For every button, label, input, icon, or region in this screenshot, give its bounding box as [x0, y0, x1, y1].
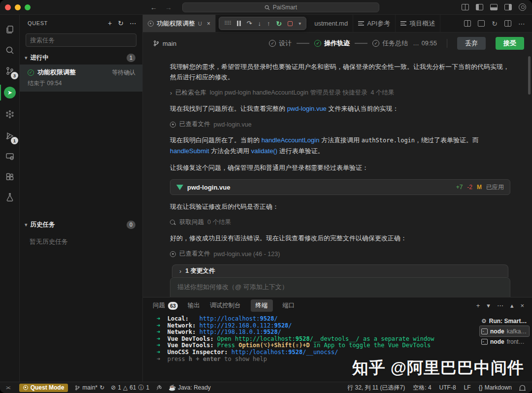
- tool-search-repo[interactable]: › 已检索仓库 login pwd-login handleAccountLog…: [170, 89, 510, 97]
- add-task-button[interactable]: +: [108, 19, 112, 27]
- accept-button[interactable]: 接受: [496, 37, 524, 50]
- chevron-down-icon[interactable]: ▾: [487, 302, 490, 309]
- drag-grip-icon[interactable]: ⠿⠿: [224, 20, 231, 27]
- tab-output[interactable]: 输出: [188, 301, 200, 310]
- watermark-text: 知乎 @阿里巴巴中间件: [352, 357, 524, 379]
- step-design[interactable]: ✓ 设计: [269, 39, 292, 48]
- tab-api-reference[interactable]: API参考: [353, 15, 396, 32]
- layout-grid-icon[interactable]: [462, 4, 469, 10]
- more-button[interactable]: ⋯: [130, 19, 136, 27]
- discard-button[interactable]: 丢弃: [457, 37, 486, 50]
- testing-icon[interactable]: [0, 187, 20, 207]
- task-time: … 09:55: [413, 40, 437, 47]
- tab-quest-task[interactable]: 功能权限调整 U ×: [143, 15, 216, 32]
- close-panel-icon[interactable]: ×: [520, 302, 524, 309]
- terminal-icon: >_: [481, 328, 488, 334]
- ellipsis-icon: …: [413, 40, 419, 47]
- debug-badge: 1: [11, 137, 18, 144]
- more-actions-icon[interactable]: ⋯: [497, 302, 503, 309]
- lines-added: +7: [456, 184, 463, 191]
- account-icon[interactable]: [519, 3, 526, 11]
- debug-icon[interactable]: 1: [0, 126, 20, 146]
- restart-icon[interactable]: ↻: [276, 20, 282, 28]
- forward-icon[interactable]: →: [165, 3, 172, 11]
- step-actions[interactable]: ✓ 操作轨迹: [314, 39, 350, 48]
- language-mode[interactable]: {} Markdown: [479, 384, 512, 391]
- problems-indicator[interactable]: ⊘ 1 △ 61 ⓘ 1: [111, 384, 149, 392]
- tab-problems[interactable]: 问题 63: [153, 301, 178, 310]
- branch-indicator[interactable]: main* ↻: [74, 384, 104, 391]
- encoding-indicator[interactable]: UTF-8: [439, 384, 456, 391]
- step-over-icon[interactable]: ↷: [247, 20, 252, 27]
- source-control-icon[interactable]: 3: [0, 61, 20, 81]
- indent-setting[interactable]: 空格: 4: [413, 384, 431, 392]
- tab-debug-console[interactable]: 调试控制台: [210, 301, 241, 310]
- traffic-zoom-button[interactable]: [25, 4, 31, 10]
- chevron-down-icon[interactable]: ▾: [299, 21, 301, 26]
- command-center-search[interactable]: PaiSmart: [182, 2, 379, 12]
- stop-icon[interactable]: [288, 21, 293, 26]
- step-summary[interactable]: ✓ 任务总结: [372, 39, 408, 48]
- panel-bottom-icon[interactable]: [490, 4, 498, 10]
- pause-icon[interactable]: [237, 21, 241, 26]
- changed-files-bar[interactable]: › 1 变更文件: [172, 264, 508, 277]
- quest-mode-badge[interactable]: Quest Mode: [19, 384, 68, 392]
- new-terminal-button[interactable]: +: [476, 302, 480, 309]
- back-icon[interactable]: ←: [150, 3, 157, 11]
- java-status[interactable]: ☕ Java: Ready: [168, 384, 211, 391]
- symbol-link[interactable]: handleSubmit: [170, 147, 209, 155]
- tab-ports[interactable]: 端口: [283, 301, 295, 310]
- quest-icon[interactable]: ➤: [0, 83, 20, 102]
- traffic-minimize-button[interactable]: [15, 4, 21, 10]
- terminal-process-front[interactable]: >_ node front…: [480, 336, 529, 347]
- panel-right-icon[interactable]: [504, 4, 512, 10]
- extensions-icon[interactable]: [0, 167, 20, 187]
- rocket-icon[interactable]: [156, 385, 162, 391]
- search-icon: [170, 220, 176, 226]
- remote-explorer-icon[interactable]: [0, 147, 20, 166]
- file-change-card[interactable]: pwd-login.vue +7 -2 M 已应用: [170, 179, 510, 195]
- task-search-box: [26, 33, 136, 47]
- tool-view-file[interactable]: 已查看文件 pwd-login.vue: [170, 120, 510, 129]
- sync-icon: ↻: [100, 384, 104, 391]
- chat-paragraph: 让我修复这个问题，确保管理员和普通用户登录都需要经过表单验证：: [170, 163, 510, 173]
- scrollbar-thumb[interactable]: [528, 56, 531, 95]
- tool-get-problems[interactable]: 获取问题 0 个结果: [170, 218, 510, 227]
- eol-indicator[interactable]: LF: [464, 384, 471, 391]
- panel-left-icon[interactable]: [476, 4, 483, 10]
- tab-adjustment-md[interactable]: ustment.md: [309, 15, 353, 32]
- open-changes-icon[interactable]: [464, 20, 471, 27]
- step-out-icon[interactable]: ↑: [267, 20, 270, 27]
- markdown-file-icon: [400, 21, 406, 26]
- notifications-bell-icon[interactable]: [520, 385, 525, 390]
- search-icon[interactable]: [0, 40, 20, 60]
- step-into-icon[interactable]: ↓: [258, 20, 262, 27]
- tab-terminal[interactable]: 终端: [251, 299, 273, 312]
- share-icon[interactable]: [478, 20, 485, 27]
- composer-input[interactable]: [177, 283, 503, 297]
- close-icon[interactable]: ×: [207, 20, 210, 27]
- explorer-icon[interactable]: [0, 20, 20, 39]
- split-editor-icon[interactable]: [504, 20, 511, 27]
- symbol-link[interactable]: validate(): [251, 147, 277, 155]
- editor-area: 功能权限调整 U × ⠿⠿ ↷ ↓ ↑ ↻ ▾ ustment.md API参考: [143, 15, 532, 382]
- task-search-input[interactable]: [30, 37, 132, 44]
- traffic-close-button[interactable]: [5, 4, 11, 10]
- sync-icon[interactable]: ↻: [492, 20, 498, 28]
- section-history[interactable]: ▾ 历史任务 0: [20, 219, 142, 230]
- more-actions-icon[interactable]: ⋯: [518, 20, 525, 28]
- terminal-process-kafka[interactable]: >_ node kafka…: [480, 326, 529, 336]
- tab-project-overview[interactable]: 项目概述: [396, 15, 440, 32]
- refresh-button[interactable]: ↻: [118, 19, 124, 27]
- markdown-file-icon: [358, 21, 364, 26]
- cursor-position[interactable]: 行 32, 列 11 (已选择7): [347, 384, 405, 392]
- terminal-process-run[interactable]: ⚙ Run: Smart…: [480, 316, 529, 326]
- file-link[interactable]: pwd-login.vue: [287, 105, 327, 112]
- section-in-progress[interactable]: ▾ 进行中 1: [20, 52, 142, 64]
- skills-icon[interactable]: [0, 104, 20, 124]
- task-item[interactable]: ✓ 功能权限调整 等待确认 结束于 09:54: [20, 65, 142, 92]
- symbol-link[interactable]: handleAccountLogin: [262, 136, 320, 144]
- maximize-panel-icon[interactable]: ▴: [510, 302, 514, 309]
- tool-view-file[interactable]: 已查看文件 pwd-login.vue (46 - 123): [170, 250, 510, 258]
- remote-indicator-icon[interactable]: ><: [3, 385, 13, 391]
